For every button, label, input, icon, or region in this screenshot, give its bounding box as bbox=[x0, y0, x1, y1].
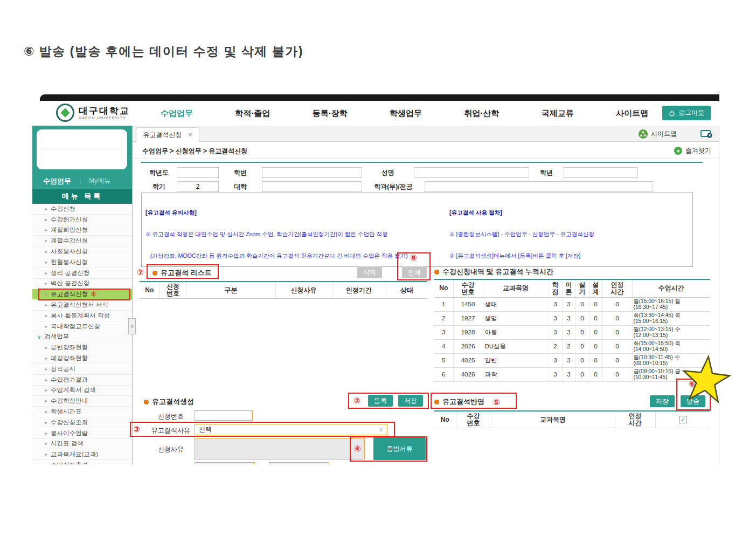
table-cell: 과학 bbox=[483, 367, 549, 381]
table-cell: 2 bbox=[549, 339, 562, 353]
apply-save-button[interactable]: 저장 bbox=[650, 395, 675, 407]
semester-field[interactable] bbox=[177, 181, 219, 192]
reason-detail-textarea[interactable] bbox=[195, 438, 365, 459]
sidebar-collapse-handle[interactable]: < bbox=[128, 318, 136, 334]
table-cell: 생명 bbox=[483, 311, 549, 325]
period-start-field[interactable] bbox=[195, 462, 255, 464]
evidence-button[interactable]: 증빙서류 bbox=[373, 437, 426, 460]
sidebar-menu-item[interactable]: ▸시간표 검색 bbox=[32, 439, 132, 450]
menu-item-label: 학생시간표 bbox=[51, 408, 82, 416]
table-cell: 0 bbox=[602, 311, 632, 325]
year-field[interactable] bbox=[177, 167, 219, 178]
student-id-field[interactable] bbox=[262, 167, 362, 178]
university-logo[interactable]: 대구대학교 DAEGU UNIVERSITY bbox=[56, 104, 130, 122]
sidebar-menu-item[interactable]: ▸계절수강신청 bbox=[32, 236, 132, 246]
sidebar-item-absence-application[interactable]: ▸ 유고결석신청 ① bbox=[32, 289, 132, 300]
sidebar-tab-classes[interactable]: 수업업무 bbox=[43, 176, 71, 186]
nav-item-student[interactable]: 학생업무 bbox=[390, 108, 422, 119]
grade-field[interactable] bbox=[564, 167, 638, 178]
table-cell: 3 bbox=[549, 311, 562, 325]
logout-button[interactable]: 로그아웃 bbox=[662, 106, 711, 120]
sidebar-menu-item[interactable]: ▸사회봉사신청 bbox=[32, 246, 132, 257]
sidebar-menu-item[interactable]: ▸백신 공결신청 bbox=[32, 279, 132, 290]
sidebar-menu-item[interactable]: ▸학생시간표 bbox=[32, 407, 132, 417]
sidebar-menu-item[interactable]: ▸국내학점교류신청 bbox=[32, 321, 132, 332]
sidebar-menu-item[interactable]: ▸교과목개요(교과) bbox=[32, 449, 132, 460]
close-all-windows-icon[interactable] bbox=[700, 130, 712, 138]
table-cell: 0 bbox=[589, 297, 602, 311]
menu-arrow-icon: ▸ bbox=[45, 431, 47, 436]
menu-arrow-icon: ▸ bbox=[45, 271, 47, 276]
sidebar-tab-mymenu[interactable]: My메뉴 bbox=[89, 176, 110, 186]
menu-item-label: 분반강좌현황 bbox=[51, 344, 88, 352]
favorite-label: 즐겨찾기 bbox=[685, 146, 711, 155]
table-cell: 0 bbox=[602, 325, 632, 339]
nav-item-records[interactable]: 학적·졸업 bbox=[235, 108, 270, 119]
table-cell: 3 bbox=[434, 325, 453, 339]
absence-list-title: 유고결석 리스트 bbox=[152, 268, 212, 278]
main-content: 유고결석신청 × 사이트맵 수업업무 > 신청업무 > 유고결석신청 ★ 즐겨찾… bbox=[132, 126, 719, 464]
absence-list-table: No 신청 번호 구분 신청사유 인정기간 상태 bbox=[140, 281, 427, 299]
table-cell: 4025 bbox=[453, 353, 483, 367]
annotation-8: ⑧ bbox=[410, 253, 417, 262]
nav-item-classes[interactable]: 수업업무 bbox=[161, 108, 193, 119]
sitemap-icon bbox=[639, 129, 648, 139]
sidebar-menu-item[interactable]: ▸수업평가결과 bbox=[32, 375, 132, 386]
favorite-star-icon: ★ bbox=[674, 147, 682, 155]
logo-name: 대구대학교 bbox=[79, 106, 130, 116]
college-field[interactable] bbox=[262, 181, 362, 192]
menu-item-label: 성적공시 bbox=[51, 365, 75, 373]
sidebar-section-search[interactable]: ∨검색업무 bbox=[32, 332, 132, 343]
sidebar-menu-item[interactable]: ▸봉사이수열람 bbox=[32, 428, 132, 439]
period-end-field[interactable] bbox=[269, 462, 329, 464]
absence-reason-select[interactable]: 선택 ∨ bbox=[195, 424, 387, 435]
column-header: 구분 bbox=[186, 282, 275, 299]
favorite-button[interactable]: ★ 즐겨찾기 bbox=[674, 146, 711, 155]
sidebar-menu-item[interactable]: ▸분반강좌현황 bbox=[32, 342, 132, 353]
sidebar-menu-item[interactable]: ▸수업전자출결 bbox=[32, 460, 132, 464]
sidebar-menu-item[interactable]: ▸수강신청 bbox=[32, 204, 132, 215]
name-field[interactable] bbox=[414, 167, 529, 178]
absence-create-section: 유고결석생성 ② 등록 저장 신청번호 ③ 유고결석사유 선택 ∨ bbox=[140, 394, 427, 464]
menu-item-label: 시간표 검색 bbox=[51, 440, 84, 448]
sidebar-menu-item[interactable]: ▸수강신청조회 bbox=[32, 417, 132, 428]
nav-item-international[interactable]: 국제교류 bbox=[542, 108, 574, 119]
tab-absence-application[interactable]: 유고결석신청 × bbox=[136, 127, 199, 142]
sidebar-menu-item[interactable]: ▸헌혈봉사신청 bbox=[32, 257, 132, 268]
delete-button[interactable]: 삭제 bbox=[357, 266, 382, 278]
table-cell: 화(13:30~14:45) 목(15:00~16:15) bbox=[632, 311, 710, 325]
sidebar-menu-item[interactable]: ▸수강허가신청 bbox=[32, 215, 132, 225]
sidebar-menu-item[interactable]: ▸수강학점안내 bbox=[32, 396, 132, 407]
sidebar-menu-item[interactable]: ▸생리 공결신청 bbox=[32, 268, 132, 279]
sidebar-menu-item[interactable]: ▸계절희망신청 bbox=[32, 225, 132, 236]
print-button[interactable]: 인쇄 bbox=[402, 266, 427, 278]
nav-item-registration[interactable]: 등록·장학 bbox=[313, 108, 348, 119]
nav-item-career[interactable]: 취업·산학 bbox=[464, 108, 499, 119]
nav-item-sitemap[interactable]: 사이트맵 bbox=[616, 108, 648, 119]
sidebar-menu-item[interactable]: ▸유고결석신청서 서식 bbox=[32, 300, 132, 311]
table-cell: 2026 bbox=[453, 339, 483, 353]
menu-item-label: 유고결석신청서 서식 bbox=[51, 301, 108, 309]
menu-arrow-icon: ▸ bbox=[45, 367, 47, 372]
sidebar-menu-item[interactable]: ▸성적공시 bbox=[32, 364, 132, 375]
department-field[interactable] bbox=[425, 181, 653, 192]
menu-arrow-icon: ▸ bbox=[45, 260, 47, 265]
select-all-checkbox[interactable]: ✓ bbox=[679, 416, 686, 423]
register-button[interactable]: 등록 bbox=[368, 395, 393, 407]
menu-item-label: 계절수강신청 bbox=[51, 237, 88, 245]
sidebar-menu-item[interactable]: ▸폐강강좌현황 bbox=[32, 353, 132, 364]
table-cell: 3 bbox=[562, 311, 575, 325]
sitemap-link[interactable]: 사이트맵 bbox=[639, 129, 677, 139]
sidebar-menu-item[interactable]: ▸수업계획서 검색 bbox=[32, 386, 132, 396]
notice-precautions: [유고결석 유의사항] ① 유고결석 적용은 대면수업 및 실시간 Zoom 수… bbox=[142, 193, 446, 266]
create-save-button[interactable]: 저장 bbox=[398, 395, 423, 407]
table-cell: 0 bbox=[589, 339, 602, 353]
table-cell: 3 bbox=[549, 297, 562, 311]
menu-arrow-icon: ▸ bbox=[45, 441, 47, 446]
application-number-label: 신청번호 bbox=[151, 412, 190, 421]
application-number-field[interactable] bbox=[195, 410, 253, 421]
sidebar-menu-item[interactable]: ▸봉사 활동계획서 작성 bbox=[32, 311, 132, 321]
tab-close-icon[interactable]: × bbox=[188, 131, 192, 139]
menu-item-label: 수강신청 bbox=[51, 205, 75, 213]
menu-arrow-icon: ▸ bbox=[45, 452, 47, 457]
